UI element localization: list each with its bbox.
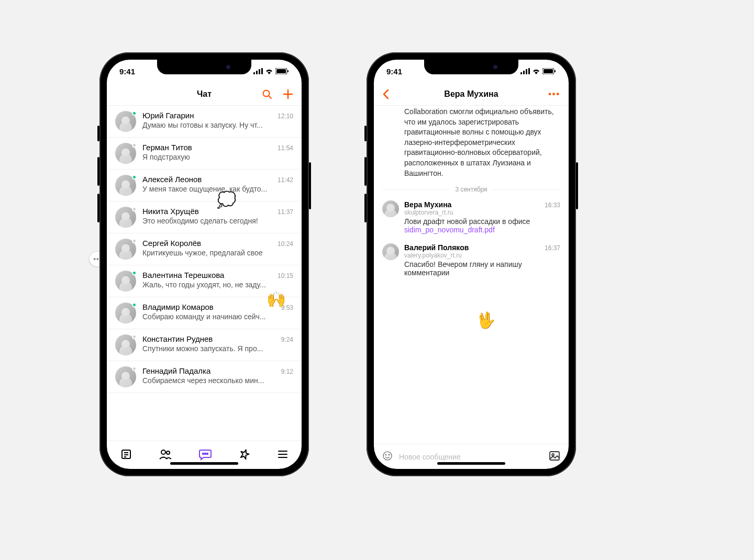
chat-time: 11:54 xyxy=(278,144,293,152)
tab-menu[interactable] xyxy=(277,449,289,462)
svg-rect-3 xyxy=(261,68,263,74)
svg-point-18 xyxy=(205,453,206,454)
svg-point-7 xyxy=(263,90,270,96)
svg-rect-23 xyxy=(520,72,522,74)
presence-offline-icon xyxy=(132,366,137,371)
chat-time: 10:24 xyxy=(278,240,293,248)
presence-online-icon xyxy=(132,303,137,307)
svg-rect-29 xyxy=(555,70,556,72)
svg-point-19 xyxy=(207,453,208,454)
svg-point-16 xyxy=(167,451,170,454)
presence-online-icon xyxy=(132,175,137,180)
tab-people[interactable] xyxy=(159,448,172,463)
tab-discover[interactable] xyxy=(238,448,251,463)
chat-preview: Собираемся через несколько мин... xyxy=(142,376,293,385)
conversation-body[interactable]: Collaboration смогли официально объявить… xyxy=(374,106,569,444)
message-author: Валерий Поляков xyxy=(404,243,469,252)
chat-row[interactable]: Юрий Гагарин12:10Думаю мы готовы к запус… xyxy=(107,106,302,138)
svg-rect-33 xyxy=(550,452,559,460)
message-attachment[interactable]: sidim_po_novomu_draft.pdf xyxy=(404,226,560,234)
signal-icon xyxy=(520,67,530,76)
presence-offline-icon xyxy=(132,207,137,211)
chat-time: 12:10 xyxy=(278,113,293,120)
message-composer xyxy=(374,444,569,469)
emoji-picker-button[interactable] xyxy=(382,451,393,463)
chat-preview: Жаль, что годы уходят, но, не заду... xyxy=(142,281,293,289)
message-author-sub: skulptorvera_rt.ru xyxy=(404,209,560,216)
back-button[interactable] xyxy=(382,89,390,99)
chat-time: 9:24 xyxy=(281,336,293,343)
new-chat-button[interactable] xyxy=(283,89,293,99)
presence-online-icon xyxy=(132,111,137,116)
svg-point-32 xyxy=(389,454,390,455)
device-notch xyxy=(424,60,518,74)
vulcan-salute-emoji: 🖖 xyxy=(476,311,495,329)
presence-offline-icon xyxy=(132,239,137,243)
tab-chat[interactable] xyxy=(198,448,212,463)
chat-row[interactable]: Константин Руднев9:24Спутники можно запу… xyxy=(107,329,302,361)
chat-preview: Это необходимо сделать сегодня! xyxy=(142,217,293,225)
chat-row[interactable]: Геннадий Падалка9:12Собираемся через нес… xyxy=(107,361,302,393)
svg-point-30 xyxy=(383,452,392,460)
thought-bubble-emoji: 💭 xyxy=(217,191,236,209)
status-time: 9:41 xyxy=(386,67,402,76)
chat-preview: Собираю команду и начинаю сейч... xyxy=(142,312,293,321)
raised-hands-emoji: 🙌 xyxy=(267,290,286,308)
svg-point-17 xyxy=(203,453,204,454)
chat-list[interactable]: Юрий Гагарин12:10Думаю мы готовы к запус… xyxy=(107,106,302,441)
chat-preview: Я подстрахую xyxy=(142,153,293,161)
svg-rect-6 xyxy=(287,70,289,72)
chat-row[interactable]: Сергей Королёв10:24Критикуешь чужое, пре… xyxy=(107,233,302,265)
conversation-header: Вера Мухина ••• xyxy=(374,83,569,106)
svg-point-15 xyxy=(161,450,165,454)
battery-icon xyxy=(542,67,556,76)
search-button[interactable] xyxy=(262,89,272,99)
svg-rect-2 xyxy=(259,69,260,74)
chat-preview: Думаю мы готовы к запуску. Ну чт... xyxy=(142,121,293,129)
chat-preview: Критикуешь чужое, предлагай свое xyxy=(142,249,293,257)
chat-name: Юрий Гагарин xyxy=(142,111,194,120)
tab-feed[interactable] xyxy=(120,448,132,463)
chat-name: Владимир Комаров xyxy=(142,303,214,311)
avatar xyxy=(382,243,399,260)
svg-line-8 xyxy=(269,96,272,98)
chat-row[interactable]: Алексей Леонов11:42У меня такое ощущение… xyxy=(107,170,302,201)
chat-row[interactable]: Герман Титов11:54Я подстрахую xyxy=(107,138,302,170)
phone-chat-list: 9:41 Чат Юрий Гагарин12:10Думаю мы готов… xyxy=(99,52,309,476)
svg-rect-1 xyxy=(256,71,258,74)
home-indicator[interactable] xyxy=(437,462,505,465)
message-text: Лови драфт новой рассадки в офисе xyxy=(404,217,560,226)
chat-time: 11:42 xyxy=(278,176,293,184)
message-author: Вера Мухина xyxy=(404,200,451,209)
phone-conversation: 9:41 Вера Мухина ••• Collaboration смогл… xyxy=(367,52,576,476)
page-title: Чат xyxy=(197,89,212,99)
svg-point-34 xyxy=(552,454,554,456)
message-author-sub: valery.polyakov_rt.ru xyxy=(404,252,560,259)
svg-rect-28 xyxy=(544,69,553,73)
conversation-title: Вера Мухина xyxy=(444,89,498,99)
svg-rect-25 xyxy=(526,69,527,74)
svg-rect-26 xyxy=(528,68,530,74)
chat-row[interactable]: Никита Хрущёв11:37Это необходимо сделать… xyxy=(107,201,302,233)
chat-name: Константин Руднев xyxy=(142,334,213,343)
date-separator: 3 сентября xyxy=(382,186,560,193)
message-text: Спасибо! Вечером гляну и напишу коммента… xyxy=(404,260,560,277)
chat-name: Геннадий Падалка xyxy=(142,366,210,375)
device-notch xyxy=(157,60,251,74)
chat-name: Никита Хрущёв xyxy=(142,207,199,216)
status-time: 9:41 xyxy=(119,67,135,76)
message: Валерий Поляков16:37valery.polyakov_rt.r… xyxy=(382,243,560,277)
home-indicator[interactable] xyxy=(170,462,238,465)
presence-offline-icon xyxy=(132,334,137,339)
more-button[interactable]: ••• xyxy=(548,89,560,99)
message-input[interactable] xyxy=(399,453,542,461)
chat-name: Алексей Леонов xyxy=(142,175,202,184)
svg-point-31 xyxy=(385,454,386,455)
chat-name: Валентина Терешкова xyxy=(142,271,224,279)
presence-offline-icon xyxy=(132,143,137,148)
attach-image-button[interactable] xyxy=(549,451,560,463)
battery-icon xyxy=(275,67,289,76)
svg-rect-24 xyxy=(523,71,525,74)
chat-time: 9:12 xyxy=(281,368,293,375)
presence-online-icon xyxy=(132,271,137,275)
